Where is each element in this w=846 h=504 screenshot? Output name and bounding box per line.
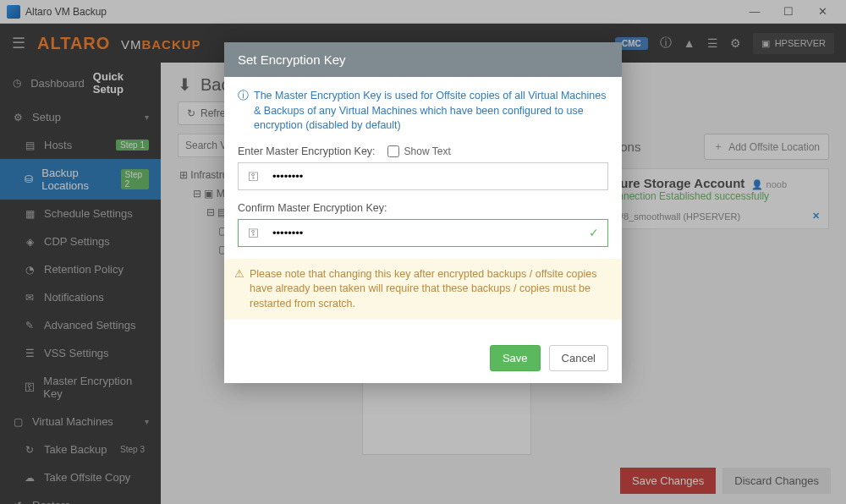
confirm-key-label: Confirm Master Encryption Key: [238,202,387,214]
check-icon: ✓ [580,226,607,239]
key-icon: ⚿ [239,227,267,239]
warning-message: ⚠Please note that changing this key afte… [224,259,622,320]
modal-title: Set Encryption Key [224,42,622,77]
show-text-toggle[interactable]: Show Text [387,145,451,157]
show-text-checkbox[interactable] [387,145,399,157]
info-message: ⓘThe Master Encryption Key is used for O… [238,89,608,134]
master-key-input[interactable] [267,163,607,189]
modal-overlay: Set Encryption Key ⓘThe Master Encryptio… [0,0,846,504]
confirm-key-input[interactable] [267,220,580,246]
info-icon: ⓘ [238,89,249,134]
modal-cancel-button[interactable]: Cancel [549,345,608,371]
modal-save-button[interactable]: Save [490,345,541,371]
warning-icon: ⚠ [234,267,244,312]
encryption-key-modal: Set Encryption Key ⓘThe Master Encryptio… [224,42,622,383]
enter-key-label: Enter Master Encryption Key: [238,145,376,157]
key-icon: ⚿ [239,170,267,183]
